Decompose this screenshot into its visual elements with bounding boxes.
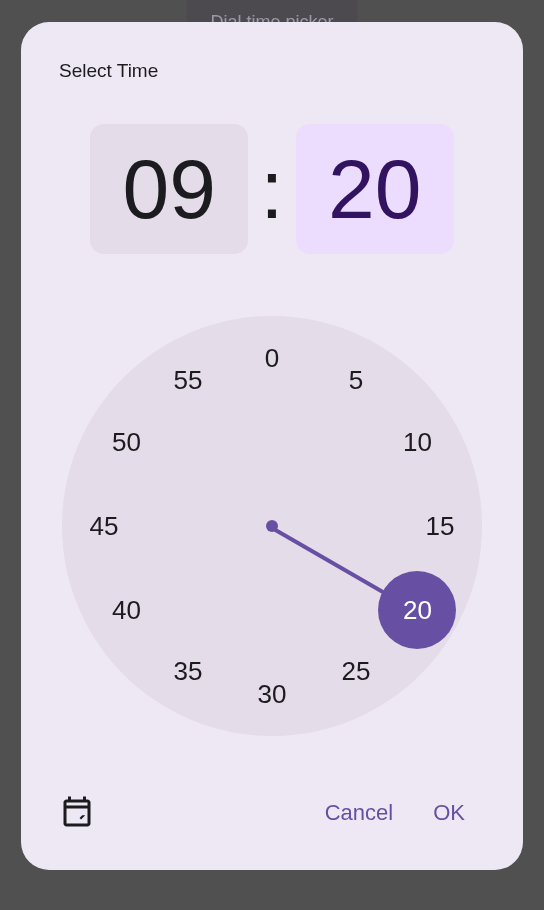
- dialog-title: Select Time: [45, 46, 499, 82]
- ok-button[interactable]: OK: [413, 788, 485, 838]
- clock-face[interactable]: 0510152025303540455055: [62, 316, 482, 736]
- hours-field[interactable]: 09: [90, 124, 248, 254]
- keyboard-input-icon[interactable]: [59, 795, 95, 831]
- minutes-field[interactable]: 20: [296, 124, 454, 254]
- clock-number-0[interactable]: 0: [233, 319, 311, 397]
- cancel-button[interactable]: Cancel: [305, 788, 413, 838]
- clock-number-35[interactable]: 35: [149, 632, 227, 710]
- time-picker-dialog: Select Time 09 : 20 05101520253035404550…: [21, 22, 523, 870]
- clock-center-dot: [266, 520, 278, 532]
- clock-number-50[interactable]: 50: [88, 403, 166, 481]
- time-display-row: 09 : 20: [45, 124, 499, 254]
- time-colon: :: [260, 147, 283, 231]
- clock-number-20[interactable]: 20: [378, 571, 456, 649]
- clock-number-45[interactable]: 45: [65, 487, 143, 565]
- clock-number-40[interactable]: 40: [88, 571, 166, 649]
- clock-number-25[interactable]: 25: [317, 632, 395, 710]
- clock-number-30[interactable]: 30: [233, 655, 311, 733]
- dialog-footer: Cancel OK: [45, 780, 499, 846]
- clock-number-5[interactable]: 5: [317, 342, 395, 420]
- clock-number-55[interactable]: 55: [149, 342, 227, 420]
- clock-number-10[interactable]: 10: [378, 403, 456, 481]
- clock-number-15[interactable]: 15: [401, 487, 479, 565]
